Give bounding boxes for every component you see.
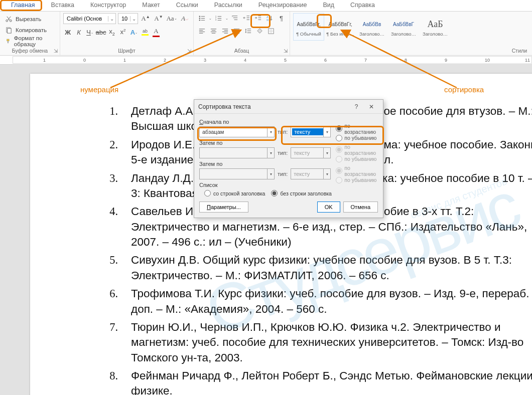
desc-radio-1[interactable]: по убыванию <box>336 135 378 141</box>
align-center-button[interactable] <box>208 26 219 37</box>
sort-type-value: тексту <box>292 128 323 135</box>
borders-button[interactable] <box>266 26 277 37</box>
svg-text:3: 3 <box>215 19 216 21</box>
align-right-button[interactable] <box>220 26 230 37</box>
help-button[interactable]: ? <box>349 103 364 110</box>
tab-design[interactable]: Конструктор <box>82 0 134 11</box>
svg-rect-3 <box>8 41 8 43</box>
font-color-button[interactable]: A <box>152 27 161 38</box>
align-left-button[interactable] <box>197 26 207 37</box>
sort-text-dialog: Сортировка текста ? ✕ Сначала по абзацам… <box>194 99 383 218</box>
with-header-radio[interactable]: со строкой заголовка <box>204 190 265 196</box>
bullets-dd[interactable]: ⌄ <box>208 13 212 24</box>
tab-review[interactable]: Рецензирование <box>250 0 315 11</box>
tab-mailings[interactable]: Рассылки <box>206 0 250 11</box>
format-painter-label: Формат по образцу <box>14 35 55 47</box>
asc-radio-1[interactable]: по возрастанию <box>336 123 378 135</box>
list-item[interactable]: Фейнман Ричард Ф., Лейтон Роберт Б., Сэн… <box>90 368 532 395</box>
scissors-icon <box>5 16 13 23</box>
font-dialog-launcher[interactable]: ⇲ <box>187 47 191 55</box>
callout-sorting: сортировка <box>444 85 484 94</box>
svg-point-5 <box>199 18 200 19</box>
tab-insert[interactable]: Вставка <box>43 0 82 11</box>
style-normal[interactable]: АаБбВвГг,¶ Обычный <box>293 13 324 41</box>
numbering-button[interactable]: 123 <box>213 13 224 24</box>
group-styles: АаБбВвГг,¶ ОбычныйАаБбВвГг,¶ Без инте…Аа… <box>290 12 532 55</box>
superscript-button[interactable]: x2 <box>118 27 127 38</box>
brush-icon <box>5 38 11 45</box>
justify-button[interactable] <box>231 26 242 37</box>
then-type-select-2: тексту▾ <box>291 168 331 179</box>
clipboard-group-label: Буфер обмена <box>12 48 48 54</box>
style-nospacing[interactable]: АаБбВвГг,¶ Без инте… <box>325 13 356 41</box>
style-heading2[interactable]: АаБбВвГЗаголово… <box>388 13 419 41</box>
clipboard-dialog-launcher[interactable]: ⇲ <box>54 47 58 55</box>
shading-button[interactable] <box>254 26 265 37</box>
font-name-combo[interactable]: Calibri (Основ <box>63 13 116 24</box>
group-clipboard: Вырезать Копировать Формат по образцу Бу… <box>0 12 60 55</box>
increase-indent-button[interactable] <box>253 13 263 24</box>
multilevel-button[interactable]: 1 <box>230 13 240 24</box>
change-case-button[interactable]: Aa⌄ <box>166 13 177 24</box>
bullets-button[interactable] <box>197 13 207 24</box>
dialog-title: Сортировка текста <box>198 103 349 110</box>
font-size-value: 10 <box>118 16 130 22</box>
ruler[interactable]: 10123456789101112 <box>0 56 532 65</box>
style-heading1[interactable]: АаБбВвЗаголово… <box>356 13 387 41</box>
svg-text:А: А <box>267 16 269 19</box>
svg-text:Я: Я <box>267 19 269 22</box>
tab-home[interactable]: Главная <box>3 0 43 11</box>
sort-by-select[interactable]: абзацам▾ <box>199 126 275 137</box>
cancel-button[interactable]: Отмена <box>343 202 378 213</box>
font-size-combo[interactable]: 10 <box>118 13 138 24</box>
svg-point-6 <box>199 20 200 21</box>
styles-group-label: Стили <box>512 48 527 54</box>
svg-text:1: 1 <box>232 16 233 18</box>
list-item[interactable]: Трофимова Т.И. Курс физики: учеб. пособи… <box>90 286 532 317</box>
numbering-dd[interactable]: ⌄ <box>225 13 229 24</box>
then-by-select-2: ▾ <box>199 168 275 179</box>
format-painter-button[interactable]: Формат по образцу <box>3 36 57 46</box>
bold-button[interactable]: Ж <box>63 27 72 38</box>
tab-layout[interactable]: Макет <box>134 0 168 11</box>
list-item[interactable]: Сивухин Д.В. Общий курс физики: учебное … <box>90 253 532 283</box>
without-header-radio[interactable]: без строки заголовка <box>271 190 332 196</box>
tab-references[interactable]: Ссылки <box>168 0 206 11</box>
style-gallery[interactable]: АаБбВвГг,¶ ОбычныйАаБбВвГг,¶ Без инте…Аа… <box>293 13 451 47</box>
highlight-button[interactable]: ab <box>141 27 150 38</box>
clear-formatting-button[interactable]: A◡ <box>179 13 190 24</box>
group-paragraph: ⌄ 123 ⌄ 1 АЯ ¶ <box>194 12 290 55</box>
ok-button[interactable]: OK <box>317 202 340 213</box>
close-button[interactable]: ✕ <box>364 103 379 110</box>
list-item[interactable]: Тюрин Ю.И., Чернов И.П., Крючков Ю.Ю. Фи… <box>90 320 532 365</box>
cut-button[interactable]: Вырезать <box>3 14 57 24</box>
font-name-value: Calibri (Основ <box>64 16 108 22</box>
dialog-titlebar[interactable]: Сортировка текста ? ✕ <box>194 100 383 114</box>
decrease-indent-button[interactable] <box>241 13 252 24</box>
sort-by-value: абзацам <box>200 129 267 135</box>
then-type-select-1: тексту▾ <box>291 147 331 158</box>
copy-button[interactable]: Копировать <box>3 25 57 35</box>
underline-button[interactable]: Ч⌄ <box>85 27 94 38</box>
font-group-label: Шрифт <box>118 48 136 54</box>
copy-icon <box>5 27 13 34</box>
grow-font-button[interactable]: A▲ <box>140 13 151 24</box>
style-title[interactable]: АаБЗаголово… <box>420 13 451 41</box>
sort-button[interactable]: АЯ <box>264 13 275 24</box>
italic-button[interactable]: К <box>74 27 83 38</box>
type-label-1: тип: <box>278 129 288 135</box>
strikethrough-button[interactable]: abc <box>96 27 105 38</box>
shrink-font-button[interactable]: A▼ <box>153 13 164 24</box>
group-font: Calibri (Основ 10 A▲ A▼ Aa⌄ A◡ Ж К Ч⌄ ab… <box>60 12 194 55</box>
tab-help[interactable]: Справка <box>342 0 383 11</box>
subscript-button[interactable]: x2 <box>107 27 116 38</box>
text-effects-button[interactable]: A⌄ <box>129 27 139 38</box>
show-hide-button[interactable]: ¶ <box>276 13 287 24</box>
params-button[interactable]: Параметры... <box>199 202 248 213</box>
line-spacing-button[interactable] <box>243 26 253 37</box>
tab-view[interactable]: Вид <box>315 0 342 11</box>
callout-numbering: нумерация <box>80 85 118 94</box>
paragraph-dialog-launcher[interactable]: ⇲ <box>284 47 288 55</box>
then-by-select-1[interactable]: ▾ <box>199 147 275 158</box>
sort-type-select[interactable]: тексту▾ <box>291 126 331 137</box>
